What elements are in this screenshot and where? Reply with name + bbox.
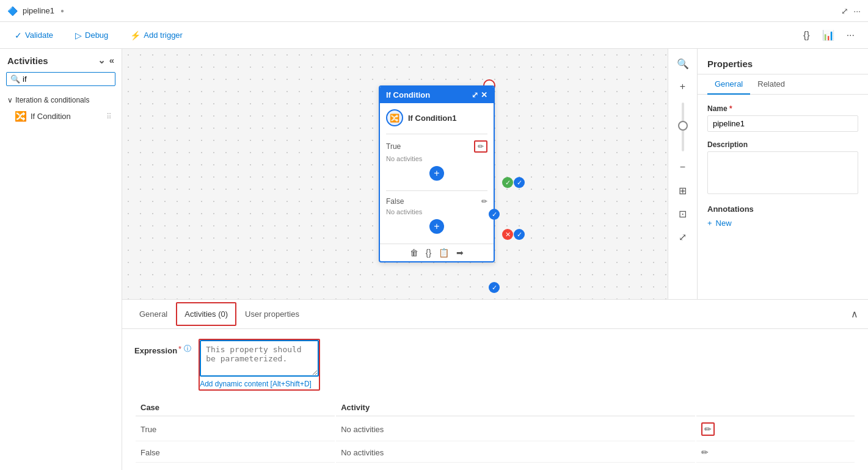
col-activity: Activity bbox=[336, 399, 695, 416]
bottom-tabs: General Activities (0) User properties ∧ bbox=[122, 300, 868, 329]
sidebar-search[interactable]: 🔍 bbox=[6, 72, 115, 86]
true-section-header: True ✏ bbox=[386, 139, 487, 154]
false-status-check: ✓ bbox=[489, 282, 500, 293]
activity-icon: 🔀 bbox=[386, 109, 403, 126]
tab-user-properties[interactable]: User properties bbox=[238, 303, 307, 326]
name-field: Name * bbox=[707, 104, 858, 132]
name-label: Name * bbox=[707, 104, 858, 113]
tab-general-bottom[interactable]: General bbox=[132, 303, 175, 326]
copy-icon[interactable]: 📋 bbox=[439, 248, 449, 258]
collapse-icon[interactable]: ⌄ bbox=[98, 55, 106, 66]
zoom-slider-thumb[interactable] bbox=[678, 121, 688, 131]
false-row-edit-button[interactable]: ✏ bbox=[701, 447, 709, 457]
if-condition-card[interactable]: If Condition ⤢ ✕ 🔀 If Condition1 bbox=[379, 85, 495, 262]
table-row-true: True No activities ✏ bbox=[136, 418, 855, 441]
more-button[interactable]: ··· bbox=[843, 27, 858, 43]
card-header-actions: ⤢ ✕ bbox=[472, 90, 487, 99]
plus-icon: + bbox=[707, 219, 712, 228]
true-status-check: ✓ bbox=[489, 209, 500, 220]
iteration-section-label: Iteration & conditionals bbox=[15, 96, 89, 104]
canvas-check-icon: ✓ bbox=[502, 177, 513, 188]
card-divider bbox=[386, 134, 487, 134]
card-expand-icon[interactable]: ⤢ bbox=[472, 90, 478, 99]
sidebar-collapse-icon[interactable]: « bbox=[109, 55, 114, 66]
canvas-x-icon: ✕ bbox=[502, 229, 513, 240]
fullscreen-button[interactable]: ⤢ bbox=[673, 227, 693, 247]
grid-toggle-button[interactable]: ⊡ bbox=[673, 204, 693, 223]
bottom-content: Expression * ⓘ Add dynamic content [Alt+… bbox=[122, 329, 868, 470]
card-title-area: If Condition bbox=[386, 90, 430, 99]
main-layout: Activities ⌄ « 🔍 ∨ Iteration & condition… bbox=[0, 49, 868, 470]
new-annotation-label: New bbox=[716, 219, 732, 228]
card-header-label: If Condition bbox=[386, 90, 430, 99]
table-row-false: False No activities ✏ bbox=[136, 443, 855, 463]
tab-general[interactable]: General bbox=[707, 74, 750, 95]
true-edit-button[interactable]: ✏ bbox=[474, 140, 487, 153]
add-annotation-button[interactable]: + New bbox=[707, 219, 858, 228]
true-add-button[interactable]: + bbox=[429, 166, 444, 181]
debug-label: Debug bbox=[85, 31, 108, 40]
canvas-status-true-blue: ✓ bbox=[514, 177, 525, 188]
properties-title: Properties bbox=[698, 49, 868, 74]
arrow-right-icon[interactable]: ➡ bbox=[456, 248, 464, 258]
expression-required: * bbox=[178, 344, 181, 353]
search-icon: 🔍 bbox=[10, 74, 20, 84]
expression-info-icon[interactable]: ⓘ bbox=[184, 344, 191, 354]
search-canvas-button[interactable]: 🔍 bbox=[673, 54, 693, 73]
properties-body: Name * Description Annotations + New bbox=[698, 95, 868, 237]
code-icon[interactable]: {} bbox=[426, 248, 431, 258]
add-trigger-label: Add trigger bbox=[144, 31, 183, 40]
monitor-button[interactable]: 📊 bbox=[819, 27, 838, 43]
zoom-slider[interactable] bbox=[682, 103, 684, 151]
card-header: If Condition ⤢ ✕ bbox=[380, 87, 494, 103]
dynamic-content-link[interactable]: Add dynamic content [Alt+Shift+D] bbox=[200, 378, 319, 389]
card-close-icon[interactable]: ✕ bbox=[481, 90, 487, 99]
canvas-blue-check-false-icon: ✓ bbox=[514, 229, 525, 240]
debug-button[interactable]: ▷ Debug bbox=[70, 28, 113, 43]
expression-textarea[interactable] bbox=[200, 340, 319, 377]
zoom-in-button[interactable]: + bbox=[673, 77, 693, 96]
true-label: True bbox=[386, 142, 401, 151]
code-view-button[interactable]: {} bbox=[800, 27, 814, 43]
chevron-down-icon: ∨ bbox=[7, 96, 13, 104]
add-trigger-button[interactable]: ⚡ Add trigger bbox=[125, 28, 188, 43]
validate-button[interactable]: ✓ Validate bbox=[10, 28, 58, 43]
canvas[interactable]: If Condition ⤢ ✕ 🔀 If Condition1 bbox=[122, 49, 668, 299]
case-table: Case Activity True No activities ✏ bbox=[134, 398, 856, 464]
case-true-label: True bbox=[136, 418, 335, 441]
false-edit-button[interactable]: ✏ bbox=[481, 197, 487, 206]
description-textarea[interactable] bbox=[707, 151, 858, 194]
search-input[interactable] bbox=[23, 74, 111, 84]
expand-icon[interactable]: ⤢ bbox=[841, 6, 848, 16]
delete-icon[interactable]: 🗑 bbox=[410, 248, 418, 258]
pipeline-title: pipeline1 bbox=[23, 6, 54, 15]
true-check-icon: ✓ bbox=[489, 209, 500, 220]
zoom-out-button[interactable]: − bbox=[673, 157, 693, 177]
trigger-icon: ⚡ bbox=[130, 31, 140, 40]
drag-handle-icon[interactable]: ⠿ bbox=[106, 112, 112, 121]
case-true-activity: No activities bbox=[336, 418, 695, 441]
expression-label: Expression bbox=[134, 342, 177, 355]
sidebar-item-if-condition[interactable]: 🔀 If Condition ⠿ bbox=[5, 107, 117, 126]
case-false-label: False bbox=[136, 443, 335, 463]
tab-activities[interactable]: Activities (0) bbox=[176, 302, 236, 326]
fit-view-button[interactable]: ⊞ bbox=[673, 181, 693, 200]
more-options-icon[interactable]: ··· bbox=[853, 6, 861, 16]
tab-related[interactable]: Related bbox=[750, 74, 792, 95]
iteration-section-header[interactable]: ∨ Iteration & conditionals bbox=[5, 93, 117, 107]
bottom-panel: General Activities (0) User properties ∧… bbox=[122, 299, 868, 470]
true-row-edit-button[interactable]: ✏ bbox=[701, 422, 715, 436]
name-input[interactable] bbox=[707, 115, 858, 132]
sidebar-header: Activities ⌄ « bbox=[0, 49, 122, 70]
sidebar-section-iteration: ∨ Iteration & conditionals 🔀 If Conditio… bbox=[0, 91, 122, 128]
false-check-icon: ✓ bbox=[489, 282, 500, 293]
validate-label: Validate bbox=[25, 31, 53, 40]
false-add-button[interactable]: + bbox=[429, 219, 444, 234]
expression-row: Expression * ⓘ Add dynamic content [Alt+… bbox=[134, 339, 856, 391]
false-section: False ✏ No activities + bbox=[386, 193, 487, 241]
card-activity-name-row: 🔀 If Condition1 bbox=[386, 107, 487, 131]
toolbar: ✓ Validate ▷ Debug ⚡ Add trigger {} 📊 ··… bbox=[0, 22, 868, 49]
collapse-panel-icon[interactable]: ∧ bbox=[851, 308, 858, 320]
card-body: 🔀 If Condition1 True ✏ No activities + bbox=[380, 103, 494, 244]
canvas-with-toolbar: If Condition ⤢ ✕ 🔀 If Condition1 bbox=[122, 49, 868, 299]
